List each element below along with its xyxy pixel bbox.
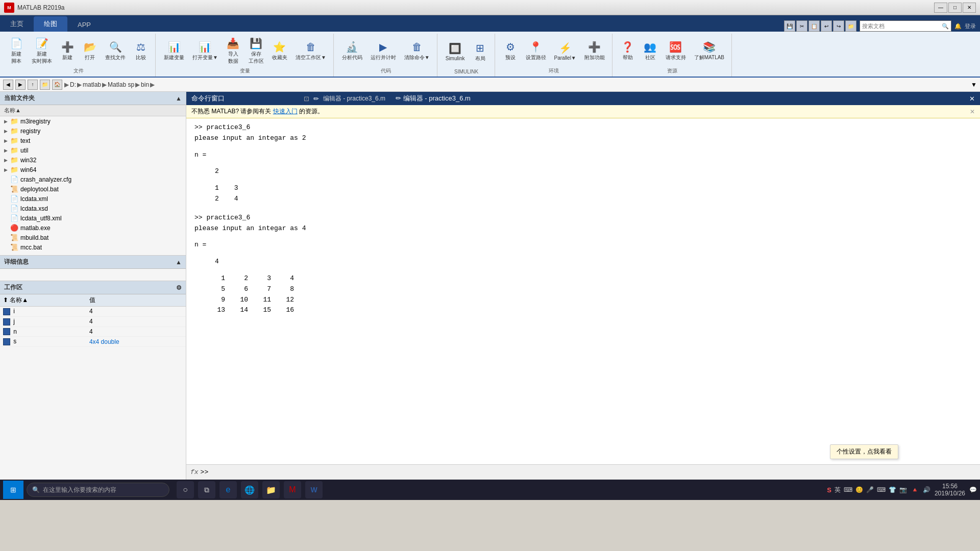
- cmd-popout-icon[interactable]: ⊡: [304, 95, 309, 103]
- open-button[interactable]: 📂 打开: [80, 39, 100, 63]
- minimize-button[interactable]: —: [934, 3, 947, 13]
- tray-ime[interactable]: ⌨: [844, 486, 852, 493]
- parallel-button[interactable]: ⚡ Parallel▼: [551, 40, 579, 63]
- start-button[interactable]: ⊞: [3, 481, 23, 499]
- taskbar-app-browser[interactable]: 🌐: [241, 481, 258, 498]
- help-button[interactable]: ❓ 帮助: [618, 39, 638, 63]
- tray-camera[interactable]: 📷: [899, 486, 907, 493]
- notification-area[interactable]: 💬: [969, 486, 977, 493]
- list-item[interactable]: ▶ 📁 registry: [0, 126, 186, 136]
- path-d[interactable]: D:: [70, 81, 76, 88]
- toolbar-icon-3[interactable]: 📋: [808, 20, 820, 32]
- list-item[interactable]: 📄 lcdata.xsd: [0, 204, 186, 213]
- run-timer-button[interactable]: ▶ 运行并计时: [368, 39, 399, 63]
- taskbar-app-word[interactable]: W: [305, 481, 323, 498]
- nav-back-button[interactable]: ◀: [3, 80, 13, 90]
- import-button[interactable]: 📥 导入数据: [223, 35, 243, 67]
- file-panel-expand-icon[interactable]: ▲: [176, 95, 182, 102]
- simulink-button[interactable]: 🔲 Simulink: [443, 40, 468, 63]
- community-button[interactable]: 👥 社区: [640, 39, 660, 63]
- layout-button[interactable]: ⊞ 布局: [470, 40, 491, 64]
- list-item[interactable]: ▶ 📁 text: [0, 136, 186, 145]
- add-features-button[interactable]: ➕ 附加功能: [581, 39, 608, 63]
- nav-up-button[interactable]: ↑: [28, 80, 38, 90]
- hint-close-icon[interactable]: ✕: [970, 108, 975, 115]
- list-item[interactable]: ▶ 📁 m3iregistry: [0, 116, 186, 126]
- tray-language[interactable]: 英: [835, 486, 841, 494]
- table-row[interactable]: i 4: [0, 307, 186, 317]
- table-row[interactable]: s 4x4 double: [0, 337, 186, 347]
- path-matlab-sp[interactable]: Matlab sp: [108, 81, 134, 88]
- address-dropdown-icon[interactable]: ▼: [971, 81, 977, 88]
- taskbar-app-cortana[interactable]: ○: [177, 481, 194, 498]
- find-files-button[interactable]: 🔍 查找文件: [102, 39, 129, 63]
- set-path-button[interactable]: 📍 设置路径: [523, 39, 549, 63]
- learn-button[interactable]: 📚 了解MATLAB: [691, 39, 727, 63]
- list-item[interactable]: 📜 mcc.bat: [0, 242, 186, 252]
- open-var-button[interactable]: 📊 打开变量▼: [189, 39, 221, 63]
- quickstart-link[interactable]: 快速入门: [273, 108, 298, 115]
- list-item[interactable]: 📄 lcdata.xml: [0, 194, 186, 204]
- toolbar-icon-1[interactable]: 💾: [784, 20, 795, 32]
- table-row[interactable]: n 4: [0, 327, 186, 337]
- tray-clothes[interactable]: 👕: [889, 486, 896, 493]
- clear-ws-button[interactable]: 🗑 清空工作区▼: [292, 39, 329, 63]
- taskbar-app-edge[interactable]: e: [219, 481, 237, 498]
- list-item[interactable]: 📜 mbuild.bat: [0, 233, 186, 242]
- search-input[interactable]: [862, 23, 942, 29]
- list-item[interactable]: 🔴 matlab.exe: [0, 223, 186, 233]
- new-button[interactable]: ➕ 新建: [57, 39, 78, 63]
- tab-app[interactable]: APP: [67, 18, 101, 32]
- support-button[interactable]: 🆘 请求支持: [663, 39, 689, 63]
- nav-forward-button[interactable]: ▶: [15, 80, 26, 90]
- login-button[interactable]: 登录: [965, 22, 976, 30]
- global-search[interactable]: 🔍: [860, 20, 951, 32]
- editor-close-icon[interactable]: ✕: [969, 95, 975, 103]
- tray-volume[interactable]: 🔊: [923, 486, 930, 493]
- analyze-button[interactable]: 🔬 分析代码: [339, 39, 365, 63]
- toolbar-icon-2[interactable]: ✂: [796, 20, 807, 32]
- taskbar-app-matlab[interactable]: M: [284, 481, 301, 498]
- list-item[interactable]: ▶ 📁 win64: [0, 165, 186, 174]
- tray-network[interactable]: 🔺: [911, 486, 919, 493]
- bell-icon[interactable]: 🔔: [954, 23, 962, 30]
- favorites-button[interactable]: ⭐ 收藏夹: [269, 39, 290, 63]
- path-matlab[interactable]: matlab: [83, 81, 101, 88]
- list-item[interactable]: ▶ 📁 util: [0, 145, 186, 155]
- tray-mic[interactable]: 🎤: [866, 486, 874, 493]
- preferences-icon: ⚙: [506, 41, 515, 53]
- maximize-button[interactable]: □: [948, 3, 962, 13]
- taskbar-app-multitask[interactable]: ⧉: [198, 481, 215, 498]
- new-live-button[interactable]: 📝 新建实时脚本: [29, 35, 55, 67]
- list-item[interactable]: 📄 lcdata_utf8.xml: [0, 213, 186, 223]
- cmd-input[interactable]: [208, 468, 976, 476]
- close-button[interactable]: ✕: [963, 3, 976, 13]
- taskbar-app-files[interactable]: 📁: [262, 481, 280, 498]
- tab-home[interactable]: 主页: [0, 16, 34, 32]
- new-var-button[interactable]: 📊 新建变量: [161, 39, 187, 63]
- clear-cmd-button[interactable]: 🗑 清除命令▼: [401, 39, 433, 63]
- preferences-button[interactable]: ⚙ 预设: [500, 39, 521, 63]
- tray-sogou[interactable]: S: [827, 486, 831, 494]
- toolbar-icon-6[interactable]: 📁: [845, 20, 856, 32]
- details-expand-icon[interactable]: ▲: [176, 259, 182, 266]
- table-row[interactable]: j 4: [0, 316, 186, 327]
- toolbar-icon-5[interactable]: ↪: [833, 20, 844, 32]
- nav-home-button[interactable]: 🏠: [52, 80, 62, 90]
- new-script-button[interactable]: 📄 新建脚本: [6, 35, 27, 67]
- toolbar-icon-4[interactable]: ↩: [821, 20, 832, 32]
- nav-folder-button[interactable]: 📁: [40, 80, 50, 90]
- save-ws-button[interactable]: 💾 保存工作区: [246, 35, 267, 67]
- list-item[interactable]: 📜 deploytool.bat: [0, 184, 186, 194]
- tray-keyboard[interactable]: ⌨: [877, 486, 886, 493]
- taskbar-search-box[interactable]: 🔍 在这里输入你要搜索的内容: [27, 483, 169, 497]
- list-item[interactable]: 📄 crash_analyzer.cfg: [0, 174, 186, 184]
- tab-plot[interactable]: 绘图: [34, 16, 67, 32]
- path-bin[interactable]: bin: [141, 81, 149, 88]
- compare-button[interactable]: ⚖ 比较: [131, 39, 151, 63]
- tray-emoji[interactable]: 😊: [855, 486, 863, 493]
- workspace-settings-icon[interactable]: ⚙: [176, 284, 182, 291]
- double-link[interactable]: 4x4 double: [89, 338, 119, 345]
- datetime[interactable]: 15:56 2019/10/26: [935, 483, 965, 497]
- list-item[interactable]: ▶ 📁 win32: [0, 155, 186, 165]
